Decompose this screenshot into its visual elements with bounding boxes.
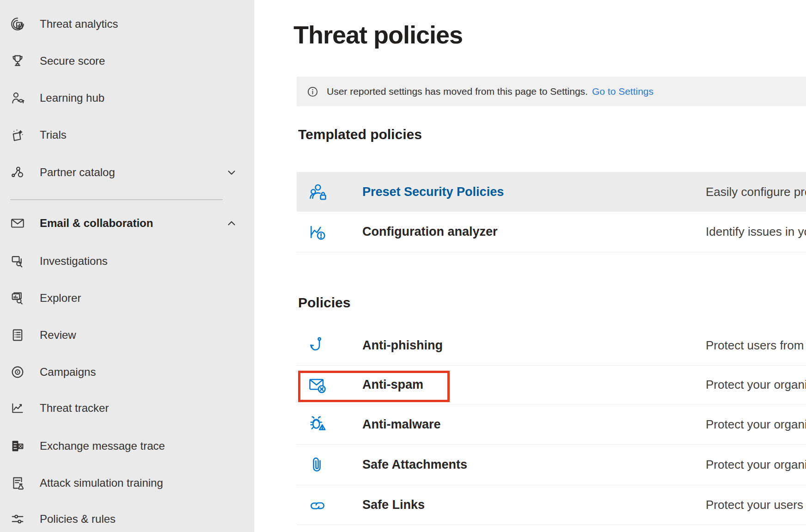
anti-spam-icon	[307, 374, 328, 396]
chevron-up-icon[interactable]	[226, 217, 238, 229]
policy-row-anti-malware[interactable]: Anti-malware Protect your organiz	[297, 404, 806, 445]
threat-tracker-icon	[9, 400, 26, 416]
safe-attachments-label: Safe Attachments	[362, 458, 467, 472]
sidebar-item-threat-tracker[interactable]: Threat tracker	[0, 390, 254, 427]
explorer-icon	[9, 290, 26, 306]
envelope-icon	[9, 215, 26, 232]
anti-phishing-icon	[307, 335, 328, 356]
sidebar-item-learning-hub[interactable]: Learning hub	[0, 79, 254, 116]
go-to-settings-link[interactable]: Go to Settings	[592, 86, 653, 97]
sidebar-item-label: Email & collaboration	[40, 217, 153, 230]
sidebar-item-label: Attack simulation training	[40, 477, 163, 489]
learning-hub-icon	[9, 90, 26, 106]
row-description: Protect your organiz	[706, 417, 806, 432]
policy-row-anti-spam[interactable]: Anti-spam Protect your organiz	[297, 366, 806, 404]
row-description: Protect your organiz	[706, 378, 806, 392]
banner-message: User reported settings has moved from th…	[327, 86, 588, 97]
row-description: Protect your users fr	[706, 498, 806, 512]
sidebar-item-label: Learning hub	[40, 92, 104, 104]
chevron-down-icon[interactable]	[226, 166, 238, 178]
policy-row-safe-links[interactable]: Safe Links Protect your users fr	[297, 485, 806, 525]
sidebar-item-policies-rules[interactable]: Policies & rules	[0, 501, 254, 532]
section-heading-policies: Policies	[298, 295, 350, 311]
sidebar-item-label: Campaigns	[40, 366, 96, 379]
sidebar-item-email-collaboration[interactable]: Email & collaboration	[0, 205, 254, 242]
info-banner: User reported settings has moved from th…	[297, 77, 806, 106]
threat-analytics-icon	[9, 16, 26, 32]
page-title: Threat policies	[293, 20, 463, 49]
anti-malware-label: Anti-malware	[362, 417, 441, 432]
sidebar-item-threat-analytics[interactable]: Threat analytics	[0, 6, 254, 43]
info-icon	[306, 86, 319, 98]
row-description: Identify issues in you	[706, 225, 806, 239]
sidebar-nav: Threat analytics Secure score Learning h…	[0, 0, 254, 532]
row-description: Protect your organiz	[706, 458, 806, 472]
trophy-icon	[9, 53, 26, 69]
sidebar-item-label: Secure score	[40, 55, 105, 67]
policy-row-safe-attachments[interactable]: Safe Attachments Protect your organiz	[297, 445, 806, 485]
sidebar-item-label: Policies & rules	[40, 513, 116, 526]
sidebar-divider	[10, 199, 223, 200]
anti-phishing-label: Anti-phishing	[362, 338, 443, 353]
sidebar-item-label: Review	[40, 329, 76, 342]
attack-simulation-icon	[9, 475, 26, 491]
configuration-analyzer-icon	[307, 221, 328, 243]
sidebar-item-investigations[interactable]: Investigations	[0, 243, 254, 280]
review-icon	[9, 327, 26, 343]
sidebar-item-secure-score[interactable]: Secure score	[0, 43, 254, 79]
sliders-icon	[9, 511, 26, 527]
sidebar-item-partner-catalog[interactable]: Partner catalog	[0, 154, 254, 191]
sidebar-item-attack-simulation-training[interactable]: Attack simulation training	[0, 465, 254, 501]
main-content: Threat policies User reported settings h…	[254, 0, 806, 532]
investigations-icon	[9, 253, 26, 269]
sidebar-item-explorer[interactable]: Explorer	[0, 280, 254, 317]
preset-security-policies-icon	[307, 181, 328, 202]
sidebar-item-label: Investigations	[40, 255, 108, 268]
policy-row-anti-phishing[interactable]: Anti-phishing Protect users from p	[297, 325, 806, 366]
row-description: Protect users from p	[706, 338, 806, 353]
sidebar-item-label: Explorer	[40, 292, 81, 305]
section-heading-templated-policies: Templated policies	[298, 127, 422, 142]
safe-attachments-icon	[307, 454, 328, 476]
sidebar-item-review[interactable]: Review	[0, 317, 254, 354]
safe-links-label: Safe Links	[362, 498, 425, 512]
policy-row-configuration-analyzer[interactable]: Configuration analyzer Identify issues i…	[297, 212, 806, 252]
sidebar-item-label: Threat tracker	[40, 402, 109, 415]
row-description: Easily configure prot	[706, 185, 806, 199]
sidebar-item-label: Exchange message trace	[40, 440, 165, 453]
campaigns-icon	[9, 364, 26, 380]
policy-row-preset-security-policies[interactable]: Preset Security Policies Easily configur…	[297, 172, 806, 212]
sidebar-item-campaigns[interactable]: Campaigns	[0, 354, 254, 391]
exchange-icon	[9, 438, 26, 454]
trials-icon	[9, 127, 26, 143]
sidebar-item-exchange-message-trace[interactable]: Exchange message trace	[0, 428, 254, 465]
anti-malware-icon	[307, 414, 328, 435]
sidebar-item-trials[interactable]: Trials	[0, 116, 254, 153]
configuration-analyzer-label: Configuration analyzer	[362, 225, 498, 239]
anti-spam-label: Anti-spam	[362, 378, 423, 392]
safe-links-icon	[307, 495, 328, 516]
partner-catalog-icon	[9, 164, 26, 181]
sidebar-item-label: Partner catalog	[40, 166, 115, 179]
sidebar-item-label: Trials	[40, 128, 67, 141]
sidebar-item-label: Threat analytics	[40, 18, 118, 31]
preset-security-policies-link[interactable]: Preset Security Policies	[362, 185, 504, 199]
